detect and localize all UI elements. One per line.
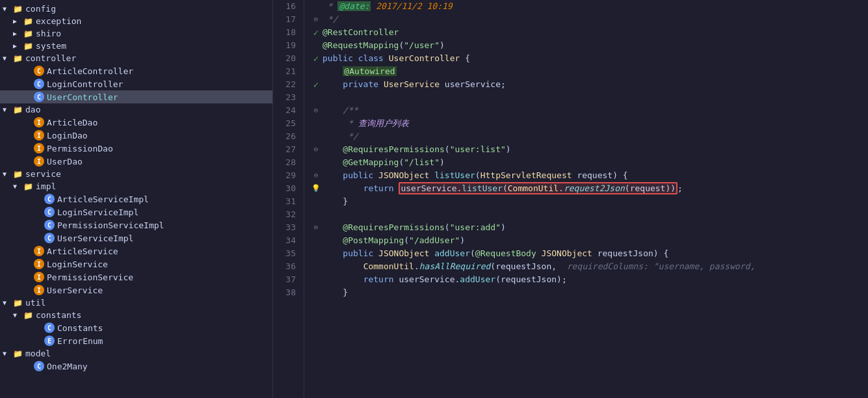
- sidebar-item-articleserviceimpl[interactable]: C ArticleServiceImpl: [0, 192, 272, 206]
- sidebar-item-dao[interactable]: 📁 dao: [0, 103, 272, 116]
- sidebar-item-config[interactable]: 📁 config: [0, 3, 272, 15]
- arrow-util: [3, 299, 13, 306]
- code-content-36: CommonUtil.hasAllRequired(requestJson, r…: [322, 260, 868, 273]
- sidebar-item-model[interactable]: 📁 model: [0, 347, 272, 360]
- line-num-16: 16: [278, 0, 296, 13]
- line-num-20: 20: [278, 52, 296, 65]
- folder-icon-model: 📁: [13, 349, 23, 358]
- code-line-25: * 查询用户列表: [309, 117, 868, 130]
- sidebar-item-constants-folder[interactable]: 📁 constants: [0, 309, 272, 321]
- folder-icon-config: 📁: [13, 5, 23, 14]
- code-line-30: 💡 return userService.listUser(CommonUtil…: [309, 182, 868, 195]
- code-content-22: private UserService userService;: [322, 78, 868, 91]
- sidebar-item-userservice[interactable]: I UserService: [0, 284, 272, 297]
- sidebar-item-userserviceimpl[interactable]: C UserServiceImpl: [0, 232, 272, 245]
- label-articledao: ArticleDao: [47, 118, 98, 127]
- gutter-33: ⊖: [309, 221, 322, 234]
- sidebar-item-loginserviceimpl[interactable]: C LoginServiceImpl: [0, 206, 272, 219]
- line-num-31: 31: [278, 195, 296, 208]
- code-content-26: */: [322, 130, 868, 143]
- code-line-27: ⊖ @RequiresPermissions("user:list"): [309, 143, 868, 156]
- sidebar-item-permissionserviceimpl[interactable]: C PermissionServiceImpl: [0, 219, 272, 232]
- code-content-35: public JSONObject addUser(@RequestBody J…: [322, 247, 868, 260]
- sidebar-item-constants[interactable]: C Constants: [0, 321, 272, 334]
- sidebar-item-system[interactable]: 📁 system: [0, 40, 272, 52]
- code-line-37: return userService.addUser(requestJson);: [309, 273, 868, 286]
- code-line-21: @Autowired: [309, 65, 868, 78]
- code-content-27: @RequiresPermissions("user:list"): [322, 143, 868, 156]
- sidebar-item-service[interactable]: 📁 service: [0, 168, 272, 180]
- sidebar-item-one2many[interactable]: C One2Many: [0, 360, 272, 373]
- code-content-19: @RequestMapping("/user"): [322, 39, 868, 52]
- line-num-35: 35: [278, 247, 296, 260]
- label-articleserviceimpl: ArticleServiceImpl: [57, 194, 149, 204]
- sidebar-item-errorenum[interactable]: E ErrorEnum: [0, 334, 272, 347]
- sidebar-item-exception[interactable]: 📁 exception: [0, 15, 272, 27]
- label-constants-folder: constants: [36, 310, 81, 320]
- label-util: util: [25, 298, 46, 308]
- code-content-25: * 查询用户列表: [322, 117, 868, 130]
- arrow-shiro: [13, 30, 23, 37]
- sidebar-item-logindao[interactable]: I LoginDao: [0, 129, 272, 142]
- code-line-36: CommonUtil.hasAllRequired(requestJson, r…: [309, 260, 868, 273]
- code-line-26: */: [309, 130, 868, 143]
- code-content-30: return userService.listUser(CommonUtil.r…: [322, 182, 868, 195]
- folder-icon-exception: 📁: [23, 17, 34, 26]
- file-icon-articledao: I: [34, 117, 44, 127]
- sidebar-item-articledao[interactable]: I ArticleDao: [0, 116, 272, 129]
- code-content-33: @RequiresPermissions("user:add"): [322, 221, 868, 234]
- label-shiro: shiro: [36, 29, 61, 38]
- line-num-26: 26: [278, 130, 296, 143]
- sidebar-item-controller[interactable]: 📁 controller: [0, 52, 272, 64]
- file-icon-errorenum: E: [44, 336, 55, 346]
- sidebar-item-articlecontroller[interactable]: C ArticleController: [0, 64, 272, 77]
- sidebar-item-permissiondao[interactable]: I PermissionDao: [0, 142, 272, 155]
- line-num-28: 28: [278, 156, 296, 169]
- code-line-19: @RequestMapping("/user"): [309, 39, 868, 52]
- file-icon-articleserviceimpl: C: [44, 194, 55, 204]
- label-controller: controller: [25, 53, 76, 63]
- sidebar-item-util[interactable]: 📁 util: [0, 297, 272, 309]
- folder-icon-dao: 📁: [13, 105, 23, 114]
- label-config: config: [25, 4, 56, 14]
- gutter-18: ✓: [309, 26, 322, 39]
- code-content-29: public JSONObject listUser(HttpServletRe…: [322, 169, 868, 182]
- highlight-region: userService.listUser(CommonUtil.request2…: [399, 182, 677, 194]
- file-icon-permissionserviceimpl: C: [44, 220, 55, 230]
- code-content-18: @RestController: [322, 26, 868, 39]
- code-line-34: @PostMapping("/addUser"): [309, 234, 868, 247]
- code-line-33: ⊖ @RequiresPermissions("user:add"): [309, 221, 868, 234]
- code-line-18: ✓ @RestController: [309, 26, 868, 39]
- arrow-controller: [3, 55, 13, 62]
- line-num-17: 17: [278, 13, 296, 26]
- code-content-area[interactable]: * @date: 2017/11/2 10:19 ⊖ */ ✓ @RestCon…: [304, 0, 868, 398]
- label-userserviceimpl: UserServiceImpl: [57, 233, 133, 243]
- file-icon-userserviceimpl: C: [44, 233, 55, 243]
- code-line-31: }: [309, 195, 868, 208]
- file-icon-usercontroller: C: [34, 92, 44, 102]
- code-line-38: }: [309, 286, 868, 299]
- label-one2many: One2Many: [47, 362, 88, 371]
- folder-icon-constants: 📁: [23, 311, 34, 320]
- code-line-22: ✓ private UserService userService;: [309, 78, 868, 91]
- file-icon-articlecontroller: C: [34, 66, 44, 76]
- arrow-impl: [13, 183, 23, 190]
- file-tree: 📁 config 📁 exception 📁 shiro 📁 system 📁 …: [0, 0, 273, 398]
- file-icon-permissiondao: I: [34, 143, 44, 153]
- sidebar-item-logincontroller[interactable]: C LoginController: [0, 77, 272, 90]
- sidebar-item-loginservice[interactable]: I LoginService: [0, 258, 272, 271]
- code-content-17: */: [322, 13, 868, 26]
- sidebar-item-userdao[interactable]: I UserDao: [0, 155, 272, 168]
- sidebar-item-shiro[interactable]: 📁 shiro: [0, 27, 272, 40]
- sidebar-item-impl[interactable]: 📁 impl: [0, 180, 272, 192]
- label-permissiondao: PermissionDao: [47, 144, 113, 153]
- sidebar-item-permissionservice[interactable]: I PermissionService: [0, 271, 272, 284]
- file-icon-logincontroller: C: [34, 79, 44, 89]
- label-userservice: UserService: [47, 285, 103, 295]
- label-usercontroller: UserController: [47, 92, 118, 102]
- sidebar-item-usercontroller[interactable]: C UserController: [0, 90, 272, 103]
- arrow-service: [3, 170, 13, 178]
- code-line-28: @GetMapping("/list"): [309, 156, 868, 169]
- label-impl: impl: [36, 181, 56, 191]
- sidebar-item-articleservice[interactable]: I ArticleService: [0, 245, 272, 258]
